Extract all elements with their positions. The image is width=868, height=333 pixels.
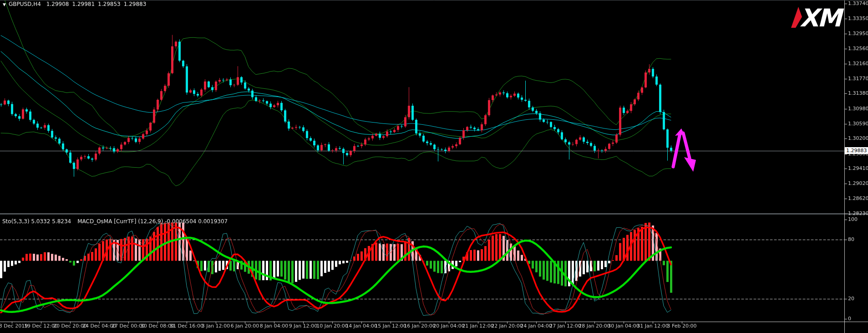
time-tick-label: 30 Jan 04:00: [608, 323, 640, 329]
time-tick-label: 22 Jan 20:00: [491, 323, 523, 329]
time-tick-label: 10 Jan 20:00: [316, 323, 348, 329]
quote-open: 1.29908: [46, 1, 69, 7]
price-tick-label: 1.30980: [848, 106, 868, 112]
current-price-box: 1.29883: [845, 147, 868, 154]
chart-title-bar: ▼GBPUSD,H41.299081.299811.298531.29883: [3, 1, 149, 7]
time-tick-label: 18 Dec 2019: [0, 323, 28, 329]
price-tick-label: 1.30200: [848, 135, 868, 142]
time-tick-label: 31 Dec 16:00: [170, 323, 203, 329]
quote-high: 1.29981: [72, 1, 95, 7]
xm-logo-text: XM: [800, 4, 844, 30]
price-chart-canvas[interactable]: [0, 0, 868, 333]
time-tick-label: 3 Jan 12:00: [202, 323, 230, 329]
time-tick-label: 24 Jan 04:00: [520, 323, 552, 329]
quote-close: 1.29883: [124, 1, 147, 7]
time-tick-label: 21 Jan 12:00: [462, 323, 494, 329]
time-tick-label: 28 Jan 20:00: [579, 323, 610, 329]
symbol-dropdown-icon[interactable]: ▼: [3, 2, 6, 7]
indicator-level-label: 100: [848, 216, 858, 223]
time-tick-label: 16 Jan 20:00: [404, 323, 436, 329]
price-tick-label: 1.31770: [848, 76, 868, 82]
xm-logo-graphic: XM: [789, 4, 848, 30]
time-tick-label: 24 Dec 04:00: [82, 323, 116, 329]
price-tick-label: 1.32160: [848, 61, 868, 67]
time-tick-label: 19 Dec 12:00: [24, 323, 58, 329]
price-tick-label: 1.29020: [848, 180, 868, 187]
symbol-period-label: GBPUSD,H4: [9, 1, 41, 7]
time-tick-label: 8 Jan 04:00: [260, 323, 289, 329]
price-tick-label: 1.30590: [848, 121, 868, 127]
price-tick-label: 1.29410: [848, 165, 868, 172]
time-tick-label: 6 Jan 20:00: [231, 323, 259, 329]
indicator-level-label: 80: [848, 236, 854, 243]
time-tick-label: 20 Jan 04:00: [433, 323, 465, 329]
quote-low: 1.29853: [98, 1, 121, 7]
time-tick-label: 14 Jan 04:00: [345, 323, 377, 329]
price-tick-label: 1.33740: [848, 0, 868, 7]
price-tick-label: 1.28230: [848, 210, 868, 217]
mt4-chart-window: ▼GBPUSD,H41.299081.299811.298531.29883 X…: [0, 0, 868, 333]
time-tick-label: 15 Jan 12:00: [375, 323, 406, 329]
xm-logo: XM: [789, 4, 848, 32]
time-tick-label: 27 Jan 12:00: [549, 323, 581, 329]
price-tick-label: 1.33350: [848, 15, 868, 22]
macd-osma-label: MACD_OsMA [CurrTF] (12,26,9) -0.0006504 …: [77, 218, 228, 225]
price-tick-label: 1.32950: [848, 31, 868, 37]
price-tick-label: 1.32560: [848, 46, 868, 52]
price-tick-label: 1.28620: [848, 195, 868, 202]
price-tick-label: 1.31380: [848, 90, 868, 97]
indicator-level-label: 20: [848, 296, 854, 302]
time-tick-label: 20 Dec 20:00: [53, 323, 87, 329]
indicator-label: Sto(5,3,3) 5.0332 5.8234MACD_OsMA [CurrT…: [2, 218, 228, 225]
time-tick-label: 30 Dec 08:00: [141, 323, 174, 329]
time-tick-label: 3 Feb 20:00: [667, 323, 696, 329]
time-tick-label: 27 Dec 00:00: [112, 323, 145, 329]
stochastic-label: Sto(5,3,3) 5.0332 5.8234: [2, 218, 71, 225]
time-tick-label: 9 Jan 12:00: [289, 323, 318, 329]
time-tick-label: 31 Jan 12:00: [637, 323, 669, 329]
indicator-level-label: 0: [848, 316, 851, 322]
